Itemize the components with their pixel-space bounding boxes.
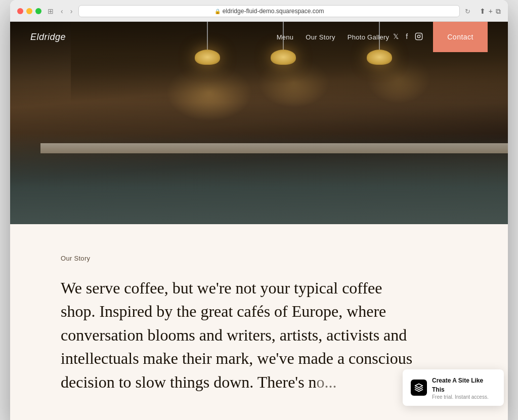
forward-button[interactable]: ›: [69, 7, 74, 15]
story-body-text: We serve coffee, but we're not your typi…: [61, 276, 415, 394]
address-bar[interactable]: 🔒 eldridge-fluid-demo.squarespace.com: [78, 5, 459, 17]
badge-sub-text: Free trial. Instant access.: [432, 394, 496, 400]
twitter-icon[interactable]: 𝕏: [393, 32, 399, 42]
share-button[interactable]: ⬆: [480, 7, 486, 16]
badge-cta-text: Create A Site Like This: [432, 377, 483, 394]
instagram-icon[interactable]: [415, 32, 423, 42]
browser-actions: ⬆ + ⧉: [480, 7, 501, 16]
counter-top: [40, 143, 508, 153]
squarespace-badge[interactable]: Create A Site Like This Free trial. Inst…: [403, 369, 504, 406]
nav-item-our-story[interactable]: Our Story: [306, 32, 335, 41]
window-grid-button[interactable]: ⊞: [47, 7, 55, 15]
browser-chrome: ⊞ ‹ › 🔒 eldridge-fluid-demo.squarespace.…: [10, 0, 508, 22]
squarespace-badge-icon: [411, 380, 427, 396]
site-logo[interactable]: Eldridge: [30, 32, 66, 43]
site-content: Eldridge Menu Our Story Photo Gallery 𝕏: [10, 22, 508, 420]
minimize-button[interactable]: [26, 8, 32, 14]
photo-gallery-link[interactable]: Photo Gallery: [348, 33, 390, 41]
menu-link[interactable]: Menu: [277, 33, 294, 41]
squarespace-logo-icon: [414, 383, 423, 392]
navigation: Eldridge Menu Our Story Photo Gallery 𝕏: [10, 22, 508, 52]
back-button[interactable]: ‹: [60, 7, 64, 15]
nav-item-menu[interactable]: Menu: [277, 32, 294, 41]
traffic-lights: [17, 8, 41, 14]
nav-links: Menu Our Story Photo Gallery: [277, 32, 390, 41]
section-label: Our Story: [61, 255, 457, 262]
new-tab-button[interactable]: +: [489, 7, 493, 16]
tabs-button[interactable]: ⧉: [496, 7, 501, 16]
refresh-icon[interactable]: ↻: [465, 8, 470, 15]
contact-button[interactable]: Contact: [433, 22, 488, 52]
svg-point-1: [418, 35, 420, 37]
svg-rect-0: [416, 33, 422, 39]
close-button[interactable]: [17, 8, 23, 14]
nav-social: 𝕏 f: [393, 32, 423, 42]
lock-icon: 🔒: [214, 9, 221, 14]
facebook-icon[interactable]: f: [406, 32, 408, 42]
svg-point-2: [420, 34, 421, 34]
maximize-button[interactable]: [35, 8, 41, 14]
nav-item-photo-gallery[interactable]: Photo Gallery: [348, 32, 390, 41]
our-story-link[interactable]: Our Story: [306, 33, 335, 41]
badge-text-container: Create A Site Like This Free trial. Inst…: [432, 375, 496, 400]
browser-window: ⊞ ‹ › 🔒 eldridge-fluid-demo.squarespace.…: [10, 0, 508, 420]
hero-section: Eldridge Menu Our Story Photo Gallery 𝕏: [10, 22, 508, 224]
url-text: eldridge-fluid-demo.squarespace.com: [223, 8, 324, 15]
logo-text: Eldridge: [30, 32, 66, 42]
